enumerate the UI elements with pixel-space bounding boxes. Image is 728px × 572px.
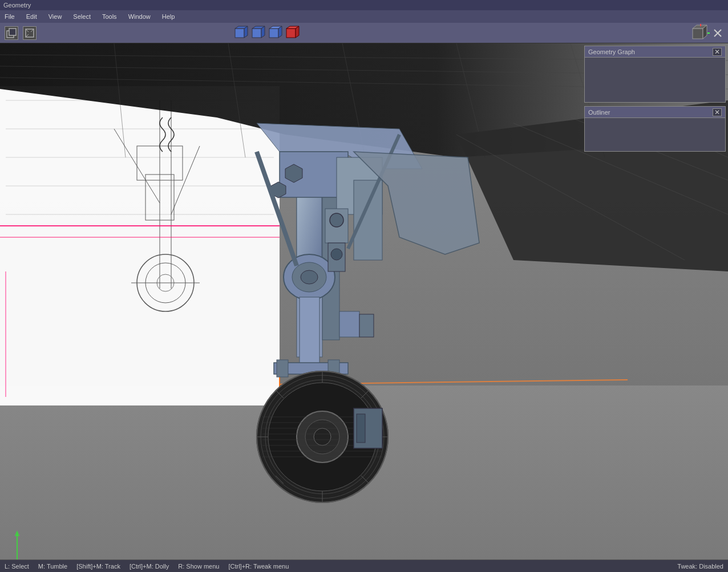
nav-cube-icon[interactable] <box>691 24 710 42</box>
svg-rect-9 <box>252 29 261 38</box>
svg-rect-71 <box>354 180 382 260</box>
view-cube-front[interactable] <box>234 25 250 41</box>
view-cube-group <box>234 25 301 41</box>
outliner-close[interactable]: ✕ <box>713 108 722 116</box>
outliner-content <box>585 118 725 123</box>
geometry-graph-title: Geometry Graph <box>588 48 635 55</box>
status-ctrl-m: [Ctrl]+M: Dolly <box>130 563 169 570</box>
svg-rect-28 <box>0 86 280 405</box>
toolbar-cube-2[interactable] <box>23 26 37 40</box>
svg-rect-1 <box>9 29 16 35</box>
status-m: M: Tumble <box>38 563 67 570</box>
svg-rect-15 <box>286 29 296 38</box>
outliner-title: Outliner <box>588 109 610 116</box>
svg-marker-14 <box>278 26 282 38</box>
menu-tools[interactable]: Tools <box>100 12 119 21</box>
svg-point-115 <box>330 213 343 227</box>
svg-point-94 <box>314 428 331 445</box>
menu-view[interactable]: View <box>46 12 64 21</box>
svg-rect-12 <box>269 29 278 38</box>
close-view-icon[interactable] <box>712 27 723 39</box>
outliner-panel: Outliner ✕ <box>584 106 726 152</box>
status-shift-m: [Shift]+M: Track <box>76 563 120 570</box>
svg-marker-11 <box>261 26 265 38</box>
svg-point-74 <box>301 270 318 284</box>
svg-marker-8 <box>244 26 248 38</box>
svg-marker-17 <box>296 26 299 38</box>
status-l: L: Select <box>5 563 29 570</box>
svg-rect-117 <box>339 311 359 337</box>
svg-rect-75 <box>300 297 319 366</box>
status-tweak: Tweak: Disabled <box>677 563 723 570</box>
title-label: Geometry <box>3 2 31 9</box>
toolbar <box>0 23 728 43</box>
view-cube-right[interactable] <box>251 25 267 41</box>
toolbar-cube-1[interactable] <box>5 26 18 40</box>
geometry-graph-close[interactable]: ✕ <box>713 48 722 56</box>
geometry-graph-content <box>585 58 725 62</box>
menu-bar: File Edit View Select Tools Window Help <box>0 10 728 23</box>
toolbar-right <box>691 24 723 42</box>
viewport[interactable]: Geometry Graph ✕ Outliner ✕ <box>0 43 728 559</box>
geometry-graph-header: Geometry Graph ✕ <box>585 46 725 58</box>
svg-point-116 <box>331 249 342 260</box>
menu-window[interactable]: Window <box>126 12 153 21</box>
outliner-header: Outliner ✕ <box>585 107 725 118</box>
status-bar: L: Select M: Tumble [Shift]+M: Track [Ct… <box>0 559 728 572</box>
geometry-graph-panel: Geometry Graph ✕ <box>584 46 726 103</box>
title-bar: Geometry <box>0 0 728 10</box>
menu-edit[interactable]: Edit <box>24 12 39 21</box>
menu-help[interactable]: Help <box>160 12 177 21</box>
status-ctrl-r: [Ctrl]+R: Tweak menu <box>228 563 289 570</box>
svg-rect-6 <box>235 29 244 38</box>
view-cube-top[interactable] <box>268 25 284 41</box>
menu-select[interactable]: Select <box>71 12 93 21</box>
view-cube-persp[interactable] <box>285 25 301 41</box>
svg-rect-77 <box>277 360 288 377</box>
status-r: R: Show menu <box>178 563 219 570</box>
svg-rect-18 <box>693 29 703 39</box>
svg-rect-118 <box>359 314 374 337</box>
svg-rect-104 <box>357 414 365 443</box>
menu-file[interactable]: File <box>2 12 17 21</box>
